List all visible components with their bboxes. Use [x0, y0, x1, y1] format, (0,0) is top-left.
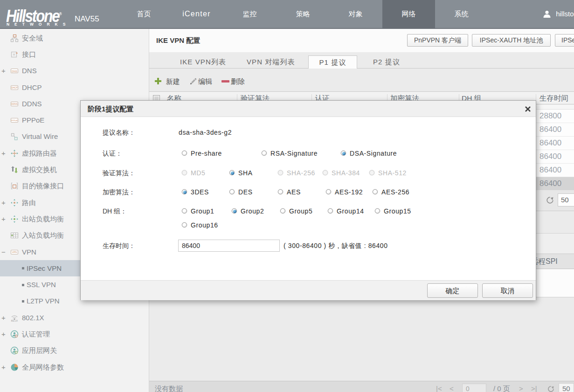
svg-text:PPPoE: PPPoE	[11, 119, 18, 122]
svg-text:802.1X: 802.1X	[11, 320, 18, 322]
svg-text:DHCP: DHCP	[11, 87, 17, 89]
svg-text:DDNS: DDNS	[11, 103, 17, 105]
svg-text:DNS: DNS	[12, 70, 17, 73]
svg-text:VPN: VPN	[12, 251, 17, 254]
